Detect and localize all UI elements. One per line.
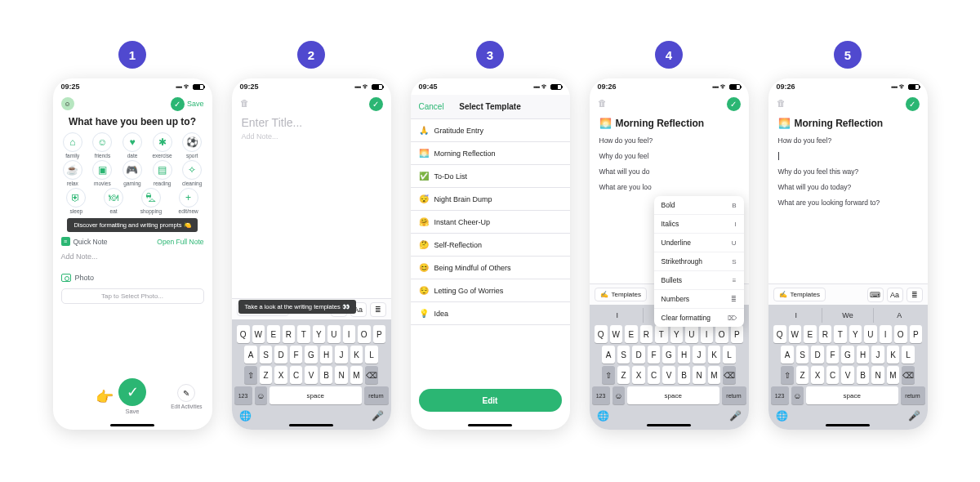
key-J[interactable]: J (693, 346, 706, 364)
note-body[interactable]: 🌅 Morning Reflection How do you feel? Wh… (768, 113, 928, 212)
key-F[interactable]: F (290, 346, 303, 364)
key-Z[interactable]: Z (617, 366, 630, 384)
templates-button[interactable]: ✍️Templates (595, 288, 647, 301)
save-button[interactable]: ✓ Save (171, 97, 204, 111)
key-Z[interactable]: Z (796, 366, 809, 384)
emoji-key[interactable]: ☺ (612, 386, 626, 404)
key-W[interactable]: W (252, 325, 265, 343)
key-S[interactable]: S (617, 346, 630, 364)
key-N[interactable]: N (335, 366, 348, 384)
activity-sport[interactable]: ⚽sport (178, 132, 206, 158)
mood-badge[interactable]: ☺ (61, 97, 74, 110)
home-indicator[interactable] (289, 424, 333, 426)
activity-sleep[interactable]: ⛨sleep (62, 188, 90, 214)
activity-gaming[interactable]: 🎮gaming (118, 160, 146, 186)
key-J[interactable]: J (335, 346, 348, 364)
activity-edit/new[interactable]: +edit/new (175, 188, 203, 214)
key-U[interactable]: U (327, 325, 341, 343)
key-Y[interactable]: Y (670, 325, 684, 343)
key-A[interactable]: A (244, 346, 257, 364)
return-key[interactable]: return (722, 386, 746, 404)
key-S[interactable]: S (260, 346, 273, 364)
key-G[interactable]: G (305, 346, 318, 364)
key-H[interactable]: H (678, 346, 691, 364)
format-underline[interactable]: UnderlineU (654, 234, 744, 252)
templates-button[interactable]: ✍️Templates (773, 288, 826, 301)
mic-key[interactable]: 🎤 (908, 410, 920, 422)
suggestion[interactable]: A (874, 308, 924, 323)
save-fab[interactable]: ✓ (118, 378, 146, 406)
key-C[interactable]: C (290, 366, 303, 384)
key-D[interactable]: D (632, 346, 645, 364)
key-X[interactable]: X (274, 366, 287, 384)
activity-friends[interactable]: ☺friends (88, 132, 116, 158)
shift-key[interactable]: ⇧ (244, 366, 257, 384)
note-title[interactable]: 🌅 Morning Reflection (599, 118, 739, 129)
body-input[interactable]: Add Note... (232, 131, 391, 142)
key-A[interactable]: A (602, 346, 615, 364)
template-item[interactable]: ✅To-Do List (411, 165, 570, 188)
return-key[interactable]: return (364, 386, 389, 404)
key-I[interactable]: I (343, 325, 356, 343)
edit-button[interactable]: Edit (419, 389, 562, 412)
template-item[interactable]: 😊Being Mindful of Others (411, 257, 570, 279)
key-R[interactable]: R (640, 325, 653, 343)
photo-picker[interactable]: Tap to Select Photo... (61, 288, 204, 304)
activity-eat[interactable]: 🍽eat (100, 188, 127, 214)
done-button[interactable]: ✓ (727, 97, 741, 111)
home-indicator[interactable] (647, 424, 691, 426)
home-indicator[interactable] (826, 424, 870, 426)
key-J[interactable]: J (871, 346, 884, 364)
delete-key[interactable]: ⌫ (723, 366, 736, 384)
key-C[interactable]: C (648, 366, 661, 384)
key-Z[interactable]: Z (260, 366, 273, 384)
key-F[interactable]: F (648, 346, 661, 364)
format-clear-formatting[interactable]: Clear formatting⌦ (654, 309, 744, 327)
add-note-input[interactable]: Add Note... (53, 248, 212, 266)
key-O[interactable]: O (715, 325, 728, 343)
key-Y[interactable]: Y (849, 325, 862, 343)
key-I[interactable]: I (701, 325, 714, 343)
key-U[interactable]: U (685, 325, 698, 343)
edit-activities-button[interactable]: ✎ Edit Activities (171, 384, 202, 409)
key-X[interactable]: X (811, 366, 824, 384)
key-L[interactable]: L (902, 346, 915, 364)
key-E[interactable]: E (804, 325, 817, 343)
key-H[interactable]: H (320, 346, 333, 364)
key-L[interactable]: L (365, 346, 378, 364)
format-bold[interactable]: BoldB (654, 196, 744, 215)
key-S[interactable]: S (796, 346, 809, 364)
numbers-key[interactable]: 123 (234, 386, 252, 404)
key-Y[interactable]: Y (313, 325, 326, 343)
cancel-button[interactable]: Cancel (419, 102, 444, 111)
globe-key[interactable]: 🌐 (776, 410, 788, 422)
note-body[interactable]: 🌅 Morning Reflection How do you feel? Wh… (590, 113, 749, 196)
key-X[interactable]: X (632, 366, 645, 384)
activity-movies[interactable]: ▣movies (88, 160, 116, 186)
format-numbers[interactable]: Numbers≣ (654, 290, 744, 309)
template-item[interactable]: 😴Night Brain Dump (411, 188, 570, 211)
title-input[interactable]: Enter Title... (232, 113, 391, 131)
key-Q[interactable]: Q (595, 325, 608, 343)
numbers-key[interactable]: 123 (592, 386, 610, 404)
key-L[interactable]: L (723, 346, 736, 364)
key-E[interactable]: E (267, 325, 280, 343)
space-key[interactable]: space (270, 386, 362, 404)
key-D[interactable]: D (274, 346, 287, 364)
keyboard-toggle-button[interactable]: ⌨ (867, 288, 884, 302)
key-K[interactable]: K (708, 346, 721, 364)
key-F[interactable]: F (826, 346, 840, 364)
template-list[interactable]: 🙏Gratitude Entry🌅Morning Reflection✅To-D… (411, 119, 570, 389)
trash-icon[interactable]: 🗑 (598, 98, 609, 109)
key-H[interactable]: H (857, 346, 870, 364)
activity-reading[interactable]: ▤reading (149, 160, 176, 186)
activity-family[interactable]: ⌂family (59, 132, 87, 158)
key-M[interactable]: M (708, 366, 721, 384)
home-indicator[interactable] (110, 424, 154, 426)
key-P[interactable]: P (731, 325, 744, 343)
format-menu[interactable]: BoldBItalicsIUnderlineUStrikethroughSBul… (654, 196, 744, 327)
open-full-note-link[interactable]: Open Full Note (157, 238, 203, 246)
key-I[interactable]: I (880, 325, 893, 343)
template-item[interactable]: 🙏Gratitude Entry (411, 119, 570, 142)
key-W[interactable]: W (610, 325, 623, 343)
